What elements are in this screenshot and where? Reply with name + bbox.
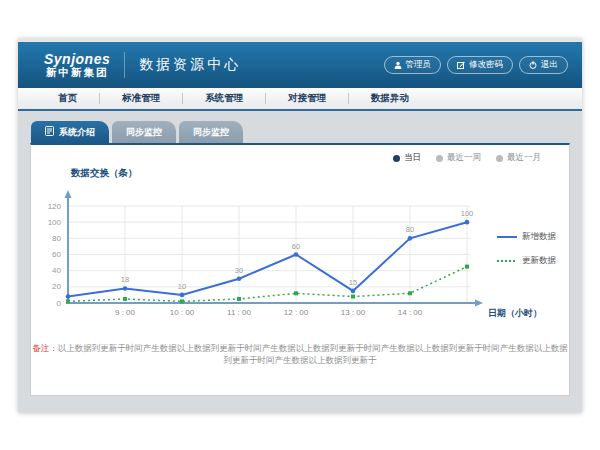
app-window: Synjones 新中新集团 数据资源中心 管理员修改密码退出 首页标准管理系统… — [18, 38, 582, 412]
header-divider — [124, 52, 125, 78]
data-point — [408, 291, 412, 295]
power-icon — [529, 61, 537, 69]
pill-label: 管理员 — [406, 59, 432, 71]
legend-label: 更新数据 — [522, 255, 556, 267]
data-point — [180, 299, 184, 303]
time-range-radio-group: 当日最近一周最近一月 — [393, 152, 541, 164]
data-point — [351, 295, 355, 299]
y-tick-label: 100 — [48, 218, 62, 227]
tab-label: 同步监控 — [193, 126, 229, 139]
app-title: 数据资源中心 — [139, 56, 241, 74]
chart-y-axis-title: 数据交换（条） — [71, 167, 138, 180]
document-icon — [45, 126, 54, 138]
footnote-text: 以上数据到更新于时间产生数据以上数据到更新于时间产生数据以上数据到更新于时间产生… — [58, 343, 568, 365]
radio-dot — [496, 155, 503, 162]
tab-3[interactable]: 同步监控 — [179, 121, 243, 143]
data-point-label: 100 — [461, 209, 474, 218]
app-header: Synjones 新中新集团 数据资源中心 管理员修改密码退出 — [18, 42, 582, 88]
radio-label: 最近一周 — [447, 152, 481, 164]
y-tick-label: 40 — [52, 266, 61, 275]
radio-option-1[interactable]: 当日 — [393, 152, 421, 164]
nav-item-1[interactable]: 首页 — [36, 92, 99, 105]
data-point-label: 60 — [292, 242, 300, 251]
nav-item-4[interactable]: 对接管理 — [266, 92, 348, 105]
chart-x-axis-title: 日期（小时） — [488, 308, 542, 318]
change-password-button[interactable]: 修改密码 — [447, 56, 513, 74]
footnote-prefix: 备注： — [32, 343, 58, 353]
radio-option-3[interactable]: 最近一月 — [496, 152, 541, 164]
data-point-label: 30 — [235, 266, 243, 275]
x-tick-label: 10 : 00 — [170, 308, 195, 317]
legend-line-sample — [497, 234, 517, 240]
y-tick-label: 0 — [57, 299, 62, 308]
x-tick-label: 9 : 00 — [115, 308, 136, 317]
user-icon — [394, 61, 402, 69]
data-point-label: 80 — [406, 225, 414, 234]
legend-item-2[interactable]: 更新数据 — [497, 255, 556, 267]
data-point — [408, 236, 413, 241]
footnote: 备注：以上数据到更新于时间产生数据以上数据到更新于时间产生数据以上数据到更新于时… — [31, 343, 569, 367]
legend-item-1[interactable]: 新增数据 — [497, 231, 556, 243]
data-point — [465, 265, 469, 269]
x-axis-arrow-icon — [475, 300, 483, 307]
data-point-label: 15 — [349, 278, 357, 287]
content-panel: 当日最近一周最近一月 数据交换（条） 0204060801001209 : 00… — [30, 143, 570, 396]
radio-option-2[interactable]: 最近一周 — [436, 152, 481, 164]
x-tick-label: 11 : 00 — [227, 308, 251, 317]
data-point — [294, 252, 299, 257]
radio-dot — [436, 155, 443, 162]
y-tick-label: 80 — [52, 234, 61, 243]
data-point — [66, 299, 70, 303]
logo-company-name: 新中新集团 — [46, 67, 109, 78]
data-point — [123, 297, 127, 301]
data-point — [123, 286, 128, 291]
legend-line-sample — [497, 258, 517, 264]
data-point — [351, 289, 356, 294]
data-point — [465, 220, 470, 225]
pill-label: 修改密码 — [469, 59, 503, 71]
logo: Synjones 新中新集团 — [44, 52, 110, 78]
nav-item-3[interactable]: 系统管理 — [183, 92, 265, 105]
user-button[interactable]: 管理员 — [384, 56, 442, 74]
page-body: 系统介绍同步监控同步监控 当日最近一周最近一月 数据交换（条） 02040608… — [18, 111, 582, 396]
pill-label: 退出 — [541, 59, 558, 71]
x-tick-label: 12 : 00 — [284, 308, 309, 317]
edit-icon — [457, 61, 465, 69]
logout-button[interactable]: 退出 — [519, 56, 568, 74]
nav-item-5[interactable]: 数据异动 — [349, 92, 431, 105]
radio-dot — [393, 155, 400, 162]
data-point — [294, 291, 298, 295]
nav-item-2[interactable]: 标准管理 — [100, 92, 182, 105]
tab-2[interactable]: 同步监控 — [112, 121, 176, 143]
data-point-label: 10 — [178, 282, 186, 291]
tab-bar: 系统介绍同步监控同步监控 — [31, 121, 570, 143]
radio-label: 最近一月 — [507, 152, 541, 164]
tab-label: 系统介绍 — [59, 126, 95, 139]
x-tick-label: 14 : 00 — [398, 308, 423, 317]
y-tick-label: 20 — [52, 282, 61, 291]
radio-label: 当日 — [404, 152, 421, 164]
legend-label: 新增数据 — [522, 231, 556, 243]
logo-wordmark: Synjones — [44, 52, 110, 67]
line-chart: 0204060801001209 : 0010 : 0011 : 0012 : … — [31, 185, 569, 325]
x-tick-label: 13 : 00 — [341, 308, 366, 317]
data-point — [237, 297, 241, 301]
data-point — [237, 276, 242, 281]
y-tick-label: 60 — [52, 250, 61, 259]
header-actions: 管理员修改密码退出 — [384, 56, 569, 74]
tab-label: 同步监控 — [126, 126, 162, 139]
y-tick-label: 120 — [48, 202, 62, 211]
chart-legend: 新增数据更新数据 — [497, 231, 556, 267]
data-point — [66, 294, 71, 299]
tab-1[interactable]: 系统介绍 — [31, 121, 109, 143]
main-nav: 首页标准管理系统管理对接管理数据异动 — [18, 88, 582, 111]
data-point — [180, 293, 185, 298]
y-axis-arrow-icon — [65, 190, 72, 198]
data-point-label: 18 — [121, 275, 129, 284]
